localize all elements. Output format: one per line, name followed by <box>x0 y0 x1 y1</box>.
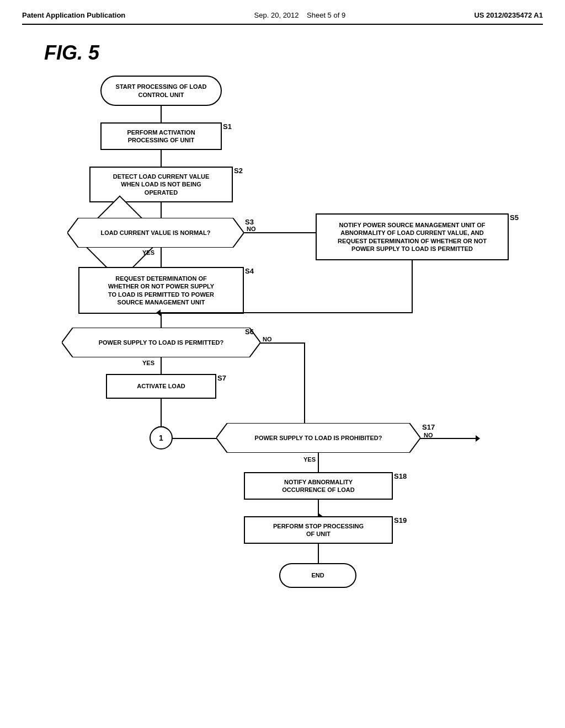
s5-label: S5 <box>510 213 519 222</box>
s17-label: S17 <box>422 423 435 431</box>
page: Patent Application Publication Sep. 20, … <box>0 0 565 728</box>
s3-label: S3 <box>245 218 254 226</box>
arrow-s5-to-s6 <box>161 312 413 313</box>
s2-label: S2 <box>234 167 243 175</box>
arrow-s7-circle1 <box>161 399 162 426</box>
flowchart: START PROCESSING OF LOAD CONTROL UNIT PE… <box>34 76 531 682</box>
end-node: END <box>279 563 356 588</box>
s3-yes-label: YES <box>142 249 154 256</box>
start-node: START PROCESSING OF LOAD CONTROL UNIT <box>100 76 222 106</box>
s1-node: PERFORM ACTIVATION PROCESSING OF UNIT <box>100 122 222 150</box>
s1-label: S1 <box>223 122 232 131</box>
s17-yes-label: YES <box>303 456 316 463</box>
s3-no-label: NO <box>247 226 256 232</box>
arrow-s1-s2 <box>161 150 162 167</box>
s17-shape: POWER SUPPLY TO LOAD IS PROHIBITED? <box>216 423 420 453</box>
s5-node: NOTIFY POWER SOURCE MANAGEMENT UNIT OF A… <box>316 213 509 260</box>
arrow-s4-s6 <box>161 314 162 328</box>
arrow-s17-no <box>420 438 476 439</box>
s18-label: S18 <box>394 472 407 480</box>
page-header: Patent Application Publication Sep. 20, … <box>22 11 543 25</box>
arrow-s19-end <box>318 544 319 563</box>
s6-no-label: NO <box>263 336 272 342</box>
header-date: Sep. 20, 2012 <box>254 11 299 19</box>
s18-node: NOTIFY ABNORMALITY OCCURRENCE OF LOAD <box>244 472 393 500</box>
s3-shape: LOAD CURRENT VALUE IS NORMAL? <box>67 218 244 248</box>
header-sheet: Sheet 5 of 9 <box>307 11 345 19</box>
arrow-s3-no-h <box>244 232 316 233</box>
fig-title: FIG. 5 <box>44 41 543 65</box>
arrow-s6-no-h <box>260 342 305 344</box>
s7-label: S7 <box>217 374 226 382</box>
arrow-s5-down <box>412 260 413 313</box>
header-left: Patent Application Publication <box>22 11 125 19</box>
arrow-start-s1 <box>161 106 162 122</box>
s6-yes-label: YES <box>142 360 154 366</box>
s2-node: DETECT LOAD CURRENT VALUE WHEN LOAD IS N… <box>89 167 233 202</box>
s6-shape: POWER SUPPLY TO LOAD IS PERMITTED? <box>62 328 260 357</box>
circle1-node: 1 <box>150 426 173 449</box>
s19-label: S19 <box>394 516 407 524</box>
s7-node: ACTIVATE LOAD <box>106 374 216 399</box>
arrow-s3-s4 <box>161 248 162 267</box>
s4-label: S4 <box>245 267 254 275</box>
arrow-s6-s7 <box>161 357 162 374</box>
s4-node: REQUEST DETERMINATION OF WHETHER OR NOT … <box>78 267 244 314</box>
s19-node: PERFORM STOP PROCESSING OF UNIT <box>244 516 393 544</box>
header-right: US 2012/0235472 A1 <box>474 11 543 19</box>
arrow-s17-s18 <box>318 453 319 472</box>
arrow-s2-s3 <box>161 202 162 219</box>
header-center: Sep. 20, 2012 Sheet 5 of 9 <box>254 11 346 19</box>
